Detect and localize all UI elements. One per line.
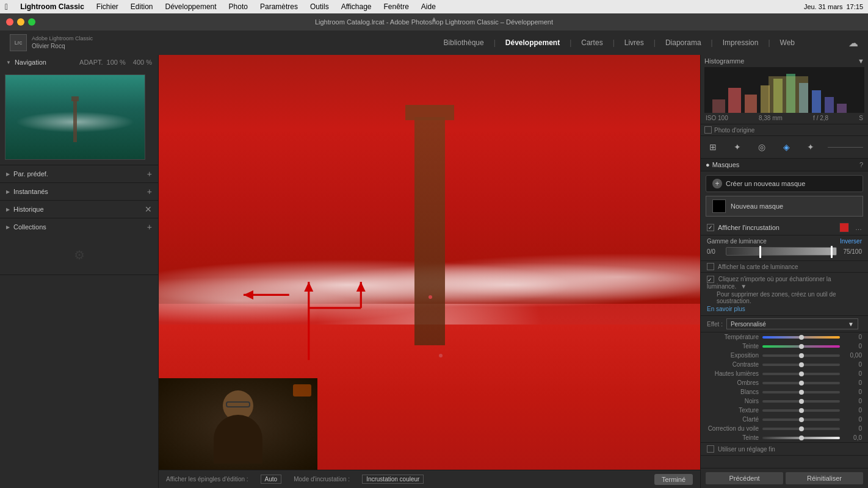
minimize-button[interactable] [17,18,24,26]
slider-contraste: Contraste 0 [701,360,868,369]
ombres-thumb[interactable] [799,381,804,386]
teinte1-track[interactable] [762,345,840,348]
luminance-range-track[interactable] [726,247,837,256]
menu-edition[interactable]: Edition [128,1,156,12]
menu-aide[interactable]: Aide [419,1,438,12]
incrustation-dropdown[interactable]: Incrustation couleur [362,475,424,484]
app-name[interactable]: Lightroom Classic [18,1,87,12]
heal-tool-icon[interactable]: ✦ [730,140,745,154]
menu-affichage[interactable]: Affichage [339,1,374,12]
click-info-text: Cliquez n'importe où pour échantionner l… [707,276,831,290]
noirs-thumb[interactable] [799,399,804,404]
nav-cartes[interactable]: Cartes [581,38,602,47]
temperature-thumb[interactable] [799,335,804,340]
aperture-label: f / 2,8 [813,115,828,121]
nav-livres[interactable]: Livres [624,38,644,47]
menu-developpement[interactable]: Développement [163,1,219,12]
exposition-track[interactable] [762,354,840,357]
nav-bibliotheque[interactable]: Bibliothèque [444,38,484,47]
menu-fichier[interactable]: Fichier [94,1,121,12]
exposition-thumb[interactable] [799,353,804,358]
contraste-track[interactable] [762,364,840,366]
webcam-overlay [159,378,317,470]
info-checkbox[interactable] [707,276,714,283]
app-logo: Lrc [10,34,27,51]
afficher-carte-checkbox[interactable] [707,263,714,270]
menu-photo[interactable]: Photo [226,1,250,12]
collections-add-icon[interactable]: + [147,222,152,232]
noirs-track[interactable] [762,400,840,403]
correction-voile-thumb[interactable] [799,426,804,431]
luminance-handle-left[interactable] [759,246,761,258]
historique-clear-icon[interactable]: ✕ [145,204,152,214]
termine-button[interactable]: Terminé [654,474,693,485]
hautes-lumieres-value: 0 [844,370,862,377]
navigation-header[interactable]: ▼ Navigation ADAPT. 100 % 400 % [0,55,158,70]
menu-outils[interactable]: Outils [308,1,331,12]
more-options-icon[interactable]: … [855,224,862,231]
navigation-content [0,70,158,165]
ombres-track[interactable] [762,382,840,384]
apple-menu[interactable]:  [5,2,8,12]
hautes-lumieres-track[interactable] [762,373,840,375]
nav-thumbnail[interactable] [5,74,145,160]
nav-diaporama[interactable]: Diaporama [665,38,701,47]
mask-tool-icon[interactable]: ◈ [779,140,794,154]
teinte1-thumb[interactable] [799,344,804,349]
inverser-label[interactable]: Inverser [840,238,862,245]
close-button[interactable] [6,18,13,26]
instantanes-header[interactable]: ▶ Instantanés + [0,183,158,200]
red-eye-tool-icon[interactable]: ◎ [754,140,769,154]
collections-header[interactable]: ▶ Collections + [0,218,158,235]
masques-help-icon[interactable]: ? [859,161,863,168]
percent2[interactable]: 400 % [133,59,152,66]
reinitialiser-button[interactable]: Réinitialiser [786,472,863,484]
clarte-track[interactable] [762,418,840,421]
nav-web[interactable]: Web [780,38,795,47]
temperature-track[interactable] [762,336,840,339]
slider-correction-voile: Correction du voile 0 [701,424,868,433]
main-content: ▼ Navigation ADAPT. 100 % 400 % [0,55,868,488]
instantanes-add-icon[interactable]: + [147,187,152,196]
blancs-thumb[interactable] [799,390,804,395]
photo-origine-checkbox[interactable] [704,126,712,134]
percent1[interactable]: 100 % [107,59,126,66]
clarte-thumb[interactable] [799,417,804,422]
texture-thumb[interactable] [799,408,804,413]
effet-row: Effet : Personnalisé ▼ [701,316,868,332]
par-predef-add-icon[interactable]: + [147,169,152,179]
texture-track[interactable] [762,409,840,412]
crop-tool-icon[interactable]: ⊞ [706,140,720,154]
create-mask-button[interactable]: + Créer un nouveau masque [706,175,863,192]
nav-developpement[interactable]: Développement [505,38,560,47]
par-predef-header[interactable]: ▶ Par. prédef. + [0,165,158,182]
en-savoir-plus-link[interactable]: En savoir plus [707,306,862,312]
afficher-incrustation-checkbox[interactable] [707,224,714,231]
hautes-lumieres-thumb[interactable] [799,371,804,376]
menu-fenetre[interactable]: Fenêtre [382,1,411,12]
incrustation-color-swatch[interactable] [839,223,849,232]
menu-parametres[interactable]: Paramètres [258,1,300,12]
historique-title: Historique [13,206,44,213]
nav-impression[interactable]: Impression [723,38,759,47]
utiliser-reglage-checkbox[interactable] [707,445,714,453]
histogram-expand-icon[interactable]: ▼ [858,57,864,65]
right-bottom-buttons: Précédent Réinitialiser [701,468,868,488]
precedent-button[interactable]: Précédent [706,472,783,484]
correction-voile-value: 0 [844,425,862,432]
teinte2-thumb[interactable] [799,436,804,440]
blancs-track[interactable] [762,391,840,393]
maximize-button[interactable] [28,18,35,26]
effet-dropdown[interactable]: Personnalisé ▼ [726,318,858,329]
collapse-arrow-icon[interactable]: ▲ [431,15,437,22]
historique-header[interactable]: ▶ Historique ✕ [0,201,158,218]
teinte2-value: 0,0 [844,434,862,441]
teinte2-track[interactable] [762,437,840,439]
correction-voile-track[interactable] [762,428,840,430]
histogram-header: Histogramme ▼ [704,57,864,65]
cloud-icon[interactable]: ☁ [848,37,858,49]
settings-tool-icon[interactable]: ✦ [803,140,818,154]
auto-dropdown[interactable]: Auto [261,475,282,484]
contraste-thumb[interactable] [799,362,804,367]
luminance-handle-right[interactable] [831,246,833,258]
